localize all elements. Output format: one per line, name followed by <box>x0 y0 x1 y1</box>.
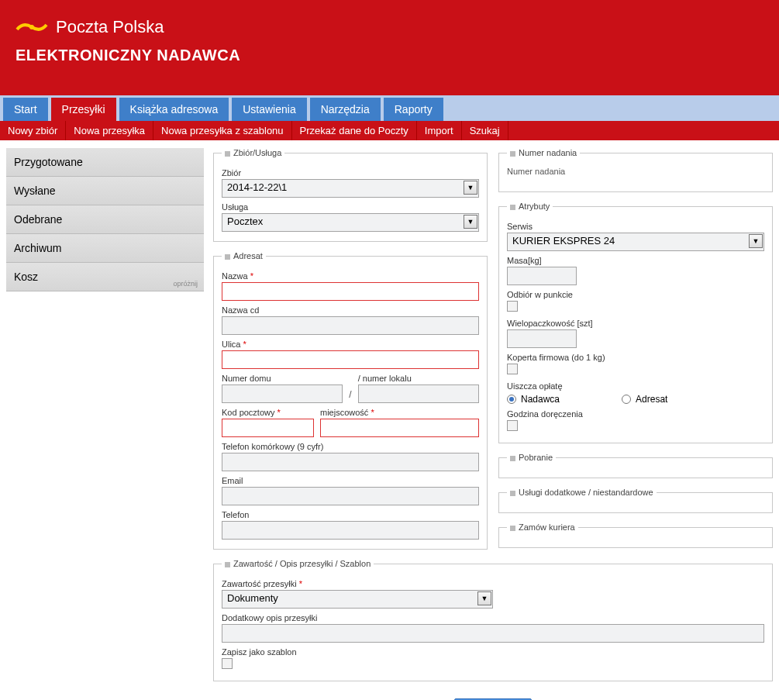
input-wielopaczkowosc[interactable] <box>507 329 577 348</box>
input-kod-pocztowy[interactable] <box>222 419 314 437</box>
sidebar-item-kosz[interactable]: Kosz opróżnij <box>6 263 204 291</box>
label-masa: Masa[kg] <box>507 256 764 265</box>
label-zapisz-szablon: Zapisz jako szablon <box>222 647 764 657</box>
fieldset-atrybuty: Atrybuty Serwis KURIER EKSPRES 24 ▼ Masa… <box>498 202 773 443</box>
separator-slash: / <box>349 389 351 403</box>
stab-nowy-zbior[interactable]: Nowy zbiór <box>0 121 66 140</box>
legend-atrybuty: Atrybuty <box>519 202 550 211</box>
secondary-nav: Nowy zbiór Nowa przesyłka Nowa przesyłka… <box>0 121 779 140</box>
label-email: Email <box>222 476 479 485</box>
legend-adresat: Adresat <box>233 251 263 260</box>
radio-label-nadawca: Nadawca <box>521 394 560 405</box>
label-serwis: Serwis <box>507 222 764 231</box>
label-numer-domu: Numer domu <box>222 374 343 383</box>
label-odbior-w-punkcie: Odbiór w punkcie <box>507 290 764 299</box>
tab-raporty[interactable]: Raporty <box>384 98 443 121</box>
input-nazwa[interactable] <box>222 282 479 301</box>
primary-nav: Start Przesyłki Książka adresowa Ustawie… <box>0 95 779 121</box>
label-zawartosc: Zawartość przesyłki <box>222 579 764 588</box>
input-nazwa-cd[interactable] <box>222 316 479 335</box>
sidebar-item-przygotowane[interactable]: Przygotowane <box>6 148 204 177</box>
legend-zawartosc: Zawartość / Opis przesyłki / Szablon <box>233 559 371 568</box>
chevron-down-icon[interactable]: ▼ <box>464 215 477 229</box>
radio-nadawca[interactable] <box>507 395 516 404</box>
app-header: Poczta Polska ELEKTRONICZNY NADAWCA <box>0 0 779 95</box>
chevron-down-icon[interactable]: ▼ <box>464 181 477 195</box>
label-zbior: Zbiór <box>222 168 479 178</box>
svg-point-0 <box>29 25 34 29</box>
input-miejscowosc[interactable] <box>320 419 479 437</box>
select-zawartosc[interactable]: Dokumenty <box>222 590 493 609</box>
fieldset-zawartosc: Zawartość / Opis przesyłki / Szablon Zaw… <box>213 559 773 681</box>
label-dodatkowy-opis: Dodatkowy opis przesyłki <box>222 613 764 622</box>
text-numer-nadania: Numer nadania <box>507 164 764 182</box>
checkbox-zapisz-szablon[interactable] <box>222 658 233 669</box>
tab-narzedzia[interactable]: Narzędzia <box>310 98 381 121</box>
input-tel-kom[interactable] <box>222 453 479 471</box>
label-nazwa: Nazwa <box>222 271 479 281</box>
label-tel-kom: Telefon komórkowy (9 cyfr) <box>222 442 479 451</box>
input-email[interactable] <box>222 487 479 505</box>
fieldset-zbior-usluga: Zbiór/Usługa Zbiór 2014-12-22\1 ▼ Usługa… <box>213 148 488 242</box>
tab-ustawienia[interactable]: Ustawienia <box>232 98 306 121</box>
label-ulica: Ulica <box>222 340 479 349</box>
app-title: ELEKTRONICZNY NADAWCA <box>16 47 763 64</box>
empty-trash-link[interactable]: opróżnij <box>173 280 198 288</box>
poczta-logo-icon <box>16 16 48 39</box>
radio-adresat[interactable] <box>622 395 631 404</box>
input-ulica[interactable] <box>222 350 479 369</box>
select-serwis[interactable]: KURIER EKSPRES 24 <box>507 233 764 251</box>
sidebar-item-label: Kosz <box>14 271 38 283</box>
label-numer-lokalu: / numer lokalu <box>358 374 479 383</box>
label-uiszcza: Uiszcza opłatę <box>507 381 764 391</box>
stab-przekaz-dane[interactable]: Przekaż dane do Poczty <box>292 121 417 140</box>
checkbox-odbior-w-punkcie[interactable] <box>507 301 518 312</box>
label-koperta: Koperta firmowa (do 1 kg) <box>507 353 764 362</box>
label-kod-pocztowy: Kod pocztowy <box>222 408 314 417</box>
input-numer-lokalu[interactable] <box>358 384 479 403</box>
fieldset-adresat: Adresat Nazwa Nazwa cd Ulica Numer domu … <box>213 251 488 550</box>
fieldset-numer-nadania: Numer nadania Numer nadania <box>498 148 773 192</box>
chevron-down-icon[interactable]: ▼ <box>477 591 491 605</box>
input-masa[interactable] <box>507 267 577 285</box>
select-zbior[interactable]: 2014-12-22\1 <box>222 179 479 198</box>
checkbox-godzina[interactable] <box>507 420 518 431</box>
legend-pobranie: Pobranie <box>519 453 553 462</box>
radio-label-adresat: Adresat <box>636 394 667 405</box>
fieldset-uslugi-dodatkowe[interactable]: Usługi dodatkowe / niestandardowe <box>498 488 773 513</box>
sidebar-item-archiwum[interactable]: Archiwum <box>6 234 204 263</box>
brand-text: Poczta Polska <box>56 17 164 37</box>
tab-start[interactable]: Start <box>3 98 48 121</box>
input-telefon[interactable] <box>222 521 479 540</box>
stab-nowa-przesylka-szablon[interactable]: Nowa przesyłka z szablonu <box>153 121 292 140</box>
stab-nowa-przesylka[interactable]: Nowa przesyłka <box>66 121 153 140</box>
sidebar-item-odebrane[interactable]: Odebrane <box>6 205 204 234</box>
chevron-down-icon[interactable]: ▼ <box>749 234 763 248</box>
fieldset-pobranie[interactable]: Pobranie <box>498 453 773 478</box>
stab-import[interactable]: Import <box>417 121 462 140</box>
sidebar: Przygotowane Wysłane Odebrane Archiwum K… <box>6 148 204 291</box>
label-wielopaczkowosc: Wielopaczkowość [szt] <box>507 319 764 328</box>
legend-zbior: Zbiór/Usługa <box>233 148 281 157</box>
legend-uslugi-dodatkowe: Usługi dodatkowe / niestandardowe <box>519 488 653 497</box>
label-miejscowosc: miejscowość <box>320 408 479 417</box>
select-usluga[interactable]: Pocztex <box>222 213 479 232</box>
fieldset-zamow-kuriera[interactable]: Zamów kuriera <box>498 522 773 548</box>
label-telefon: Telefon <box>222 510 479 519</box>
label-nazwa-cd: Nazwa cd <box>222 305 479 315</box>
input-dodatkowy-opis[interactable] <box>222 624 764 643</box>
tab-ksiazka-adresowa[interactable]: Książka adresowa <box>119 98 229 121</box>
tab-przesylki[interactable]: Przesyłki <box>51 98 116 121</box>
label-usluga: Usługa <box>222 202 479 212</box>
legend-numer-nadania: Numer nadania <box>519 148 577 157</box>
input-numer-domu[interactable] <box>222 384 343 403</box>
sidebar-item-wyslane[interactable]: Wysłane <box>6 177 204 205</box>
label-godzina: Godzina doręczenia <box>507 409 764 419</box>
legend-zamow-kuriera: Zamów kuriera <box>519 522 575 532</box>
stab-szukaj[interactable]: Szukaj <box>462 121 508 140</box>
checkbox-koperta[interactable] <box>507 364 518 374</box>
